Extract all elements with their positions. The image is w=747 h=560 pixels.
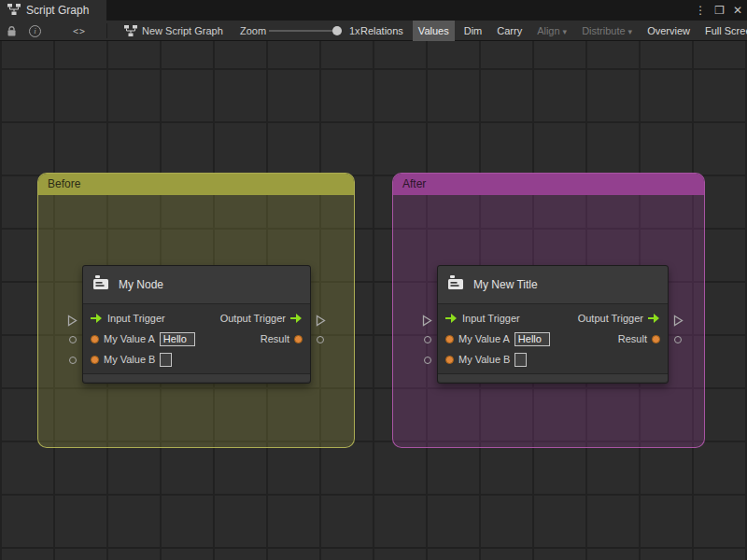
value-a-label: My Value A <box>458 333 510 344</box>
external-output-trigger-port[interactable] <box>316 314 326 330</box>
distribute-dropdown[interactable]: Distribute▾ <box>576 21 638 41</box>
external-value-a-port[interactable] <box>69 336 77 343</box>
output-trigger-label: Output Trigger <box>220 313 286 324</box>
group-after-header[interactable]: After <box>393 174 704 195</box>
port-row: My Value B <box>438 349 668 370</box>
group-title: Before <box>48 177 80 190</box>
node-title: My New Title <box>473 278 538 291</box>
node-header[interactable]: My New Title <box>438 266 668 304</box>
input-trigger-label: Input Trigger <box>462 313 520 324</box>
result-port-icon[interactable] <box>294 335 303 343</box>
output-trigger-label: Output Trigger <box>578 313 643 324</box>
port-row: Input Trigger Output Trigger <box>83 308 310 329</box>
value-b-port-icon[interactable] <box>91 356 99 364</box>
port-row: My Value B <box>83 349 310 370</box>
external-output-trigger-port[interactable] <box>673 314 684 330</box>
unit-icon <box>93 275 110 294</box>
dim-button[interactable]: Dim <box>458 21 488 41</box>
flow-input-port-icon[interactable] <box>91 310 103 327</box>
external-input-trigger-port[interactable] <box>67 314 78 330</box>
graph-name-label[interactable]: New Script Graph <box>142 21 223 41</box>
close-icon[interactable]: ✕ <box>733 4 742 17</box>
external-value-b-port[interactable] <box>69 357 77 364</box>
value-a-label: My Value A <box>104 333 155 344</box>
tab-title: Script Graph <box>26 4 89 17</box>
result-label: Result <box>618 333 647 344</box>
zoom-label: Zoom <box>240 21 266 41</box>
external-input-trigger-port[interactable] <box>422 314 432 330</box>
tab-bar: Script Graph ⋮ ❒ ✕ <box>0 0 747 21</box>
code-icon[interactable]: <> <box>73 21 86 41</box>
value-a-port-icon[interactable] <box>91 335 99 343</box>
info-icon[interactable]: i <box>29 21 41 41</box>
flow-input-port-icon[interactable] <box>445 310 458 327</box>
graph-toolbar: i <> New Script Graph Zoom 1x Relations … <box>0 21 747 41</box>
toolbar-buttons: Relations Values Dim Carry Align▾ Distri… <box>355 21 747 41</box>
port-row: Input Trigger Output Trigger <box>438 308 668 329</box>
flow-output-port-icon[interactable] <box>648 310 660 327</box>
node-footer <box>438 373 668 382</box>
zoom-slider-knob[interactable] <box>332 26 342 35</box>
lock-icon[interactable] <box>7 21 17 41</box>
value-b-label: My Value B <box>104 354 155 365</box>
value-a-port-icon[interactable] <box>445 335 454 343</box>
zoom-slider[interactable] <box>269 30 342 32</box>
port-row: My Value A Result <box>438 329 668 349</box>
result-port-icon[interactable] <box>652 335 660 343</box>
tab-script-graph[interactable]: Script Graph <box>0 0 106 21</box>
flow-output-port-icon[interactable] <box>290 310 303 327</box>
value-a-field[interactable] <box>160 332 195 346</box>
carry-button[interactable]: Carry <box>491 21 528 41</box>
maximize-icon[interactable]: ❒ <box>714 4 725 17</box>
overview-button[interactable]: Overview <box>641 21 696 41</box>
toolbar-separator <box>106 23 107 38</box>
graph-asset-icon <box>124 21 137 41</box>
graph-canvas[interactable]: Before After My Node <box>0 41 747 560</box>
port-row: My Value A Result <box>83 329 310 349</box>
external-value-b-port[interactable] <box>424 357 431 364</box>
value-b-field[interactable] <box>514 353 527 367</box>
chevron-down-icon: ▾ <box>563 27 568 36</box>
distribute-label: Distribute <box>582 25 625 36</box>
group-before-header[interactable]: Before <box>38 174 354 195</box>
window-controls: ⋮ ❒ ✕ <box>695 0 742 21</box>
node-body: Input Trigger Output Trigger <box>83 304 310 370</box>
node-after[interactable]: My New Title Input Trigger Out <box>437 265 669 384</box>
group-title: After <box>402 177 426 190</box>
values-button[interactable]: Values <box>413 21 455 41</box>
window: Script Graph ⋮ ❒ ✕ i <> Ne <box>0 0 747 560</box>
node-header[interactable]: My Node <box>83 266 310 304</box>
align-dropdown[interactable]: Align▾ <box>531 21 572 41</box>
script-graph-icon <box>7 2 21 19</box>
value-b-field[interactable] <box>160 353 172 367</box>
unit-icon <box>448 275 465 294</box>
external-value-a-port[interactable] <box>424 336 431 343</box>
node-before[interactable]: My Node Input Trigger Output T <box>82 265 311 384</box>
input-trigger-label: Input Trigger <box>107 313 165 324</box>
tab-menu-icon[interactable]: ⋮ <box>695 4 706 17</box>
node-title: My Node <box>119 278 163 291</box>
value-a-field[interactable] <box>514 332 550 346</box>
node-footer <box>83 373 310 382</box>
align-label: Align <box>537 25 559 36</box>
external-result-port[interactable] <box>674 336 682 343</box>
value-b-port-icon[interactable] <box>445 356 454 364</box>
fullscreen-button[interactable]: Full Screen <box>699 21 747 41</box>
relations-button[interactable]: Relations <box>355 21 409 41</box>
node-body: Input Trigger Output Trigger <box>438 304 668 370</box>
external-result-port[interactable] <box>317 336 324 343</box>
value-b-label: My Value B <box>458 354 510 365</box>
chevron-down-icon: ▾ <box>628 27 633 36</box>
result-label: Result <box>261 333 289 344</box>
